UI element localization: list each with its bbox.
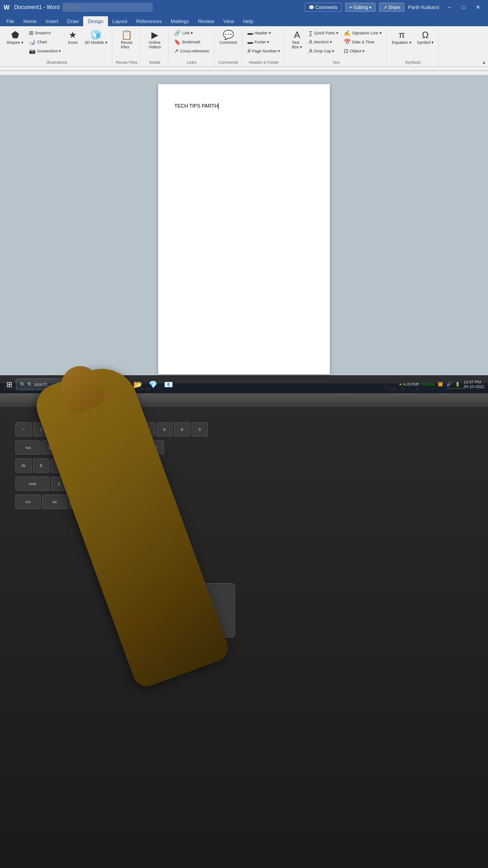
page-number-button[interactable]: # Page Number ▾	[246, 47, 282, 55]
textbox-icon: A	[294, 30, 300, 39]
wordart-button[interactable]: A WordArt ▾	[307, 38, 340, 46]
close-button[interactable]: ✕	[472, 3, 484, 12]
cross-reference-button[interactable]: ↗ Cross-reference	[172, 47, 211, 55]
links-col: 🔗 Link ▾ 🔖 Bookmark ↗ Cross-reference	[172, 29, 211, 55]
tab-references[interactable]: References	[132, 16, 166, 26]
bookmark-icon: 🔖	[174, 39, 181, 45]
start-button[interactable]: ⊞	[4, 378, 15, 391]
tab-view[interactable]: View	[219, 16, 239, 26]
key-e2[interactable]: E	[33, 458, 49, 473]
quickparts-icon: ∑	[309, 30, 313, 36]
screenshot-icon: 📷	[29, 48, 36, 54]
document-title: Document1 - Word	[14, 4, 59, 10]
key-w2[interactable]: W	[15, 458, 32, 473]
bookmark-button[interactable]: 🔖 Bookmark	[172, 38, 211, 46]
taskbar-mail[interactable]: 📧	[161, 378, 176, 391]
comment-icon: 💬	[309, 5, 314, 10]
window-controls: − □ ✕	[443, 3, 484, 12]
key-8[interactable]: 8	[156, 422, 173, 437]
shapes-button[interactable]: ⬟ Shapes ▾	[5, 29, 25, 46]
key-ctrl[interactable]: Ctrl	[15, 495, 41, 509]
editing-button[interactable]: ✏ Editing ▾	[345, 3, 376, 12]
document-area[interactable]: TECH TIPS PARTH	[0, 75, 488, 383]
equation-button[interactable]: π Equation ▾	[390, 29, 413, 46]
reuse-files-button[interactable]: 📋 ReuseFiles	[118, 29, 135, 51]
tab-design[interactable]: Design	[83, 16, 108, 26]
comment-ribbon-button[interactable]: 💬 Comment	[218, 29, 239, 46]
ribbon-group-comments: 💬 Comment Comments	[215, 28, 242, 66]
document-page[interactable]: TECH TIPS PARTH	[158, 84, 330, 374]
key-tilde[interactable]: ~	[15, 422, 32, 437]
3d-models-button[interactable]: 🧊 3D Models ▾	[83, 29, 109, 46]
comments-button[interactable]: 💬 Comments	[305, 3, 341, 12]
media-items: ▶ OnlineVideos	[147, 29, 163, 60]
key-tab[interactable]: Tab	[15, 440, 41, 455]
links-items: 🔗 Link ▾ 🔖 Bookmark ↗ Cross-reference	[172, 29, 211, 60]
text-label: Text	[333, 60, 340, 66]
share-button[interactable]: ↗ Share	[379, 3, 404, 12]
ribbon-collapse-button[interactable]: ▲	[482, 60, 486, 65]
tab-file[interactable]: File	[2, 16, 19, 26]
document-text[interactable]: TECH TIPS PARTH	[174, 102, 314, 110]
key-shift[interactable]: Shift	[15, 476, 50, 491]
ribbon-group-symbols: π Equation ▾ Ω Symbol ▾ Symbols	[388, 28, 439, 66]
text-box-button[interactable]: A TextBox ▾	[289, 29, 305, 51]
link-button[interactable]: 🔗 Link ▾	[172, 29, 211, 37]
links-label: Links	[187, 60, 196, 66]
tab-layout[interactable]: Layout	[108, 16, 132, 26]
tab-help[interactable]: Help	[239, 16, 258, 26]
shapes-icon: ⬟	[11, 30, 19, 39]
symbols-label: Symbols	[405, 60, 421, 66]
icons-button[interactable]: ★ Icons	[65, 29, 81, 46]
tab-home[interactable]: Home	[19, 16, 41, 26]
screenshot-button[interactable]: 📷 Screenshot ▾	[27, 47, 63, 55]
ribbon-tabs: File Home Insert Draw Design Layout Refe…	[0, 14, 488, 26]
tab-draw[interactable]: Draw	[63, 16, 84, 26]
smart-art-button[interactable]: ⊞ SmartArt	[27, 29, 63, 37]
edit-icon: ✏	[349, 5, 353, 10]
word-icon: W	[4, 4, 9, 11]
key-9[interactable]: 9	[174, 422, 190, 437]
smart-art-col: ⊞ SmartArt 📊 Chart 📷 Screenshot ▾	[27, 29, 63, 55]
date-time-button[interactable]: 📅 Date & Time	[342, 38, 384, 46]
title-bar: W Document1 - Word 💬 Comments ✏ Editing …	[0, 0, 488, 14]
signature-line-button[interactable]: ✍ Signature Line ▾	[342, 29, 384, 37]
object-button[interactable]: ⊡ Object ▾	[342, 47, 384, 55]
taskbar-app1[interactable]: 💎	[146, 378, 160, 391]
key-alt[interactable]: Alt	[42, 495, 67, 509]
battery-icon: 🔋	[455, 382, 460, 387]
tab-insert[interactable]: Insert	[41, 16, 63, 26]
key-0[interactable]: 0	[192, 422, 208, 437]
ribbon-group-header-footer: ▬ Header ▾ ▬ Footer ▾ # Page Number ▾ He…	[243, 28, 286, 66]
header-icon: ▬	[248, 30, 253, 36]
comment-ribbon-icon: 💬	[223, 30, 234, 39]
ribbon-group-text: A TextBox ▾ ∑ Quick Parts ▾ A WordArt ▾ …	[286, 28, 386, 66]
text-cursor	[218, 103, 219, 109]
drop-cap-button[interactable]: A Drop Cap ▾	[307, 47, 340, 55]
chart-button[interactable]: 📊 Chart	[27, 38, 63, 46]
word-window: W Document1 - Word 💬 Comments ✏ Editing …	[0, 0, 488, 393]
ruler	[0, 67, 488, 75]
comments-label: Comments	[218, 60, 238, 66]
header-button[interactable]: ▬ Header ▾	[246, 29, 282, 37]
ribbon-group-reuse: 📋 ReuseFiles Reuse Files	[113, 28, 141, 66]
link-icon: 🔗	[174, 30, 181, 36]
network-icon: 📶	[438, 382, 443, 387]
ribbon-group-illustrations: ⬟ Shapes ▾ ⊞ SmartArt 📊 Chart 📷 Screensh…	[2, 28, 113, 66]
search-input[interactable]	[62, 3, 153, 12]
maximize-button[interactable]: □	[457, 3, 470, 12]
quick-parts-button[interactable]: ∑ Quick Parts ▾	[307, 29, 340, 37]
minimize-button[interactable]: −	[443, 3, 455, 12]
title-bar-left: W Document1 - Word	[4, 3, 305, 12]
pagenumber-icon: #	[248, 48, 251, 54]
footer-button[interactable]: ▬ Footer ▾	[246, 38, 282, 46]
video-icon: ▶	[151, 30, 158, 39]
icons-icon: ★	[69, 30, 77, 39]
tab-review[interactable]: Review	[193, 16, 219, 26]
symbol-button[interactable]: Ω Symbol ▾	[415, 29, 436, 46]
headerfooter-col: ▬ Header ▾ ▬ Footer ▾ # Page Number ▾	[246, 29, 282, 55]
online-videos-button[interactable]: ▶ OnlineVideos	[147, 29, 163, 51]
header-footer-items: ▬ Header ▾ ▬ Footer ▾ # Page Number ▾	[246, 29, 282, 60]
illustrations-label: Illustrations	[47, 60, 67, 66]
tab-mailings[interactable]: Mailings	[166, 16, 193, 26]
